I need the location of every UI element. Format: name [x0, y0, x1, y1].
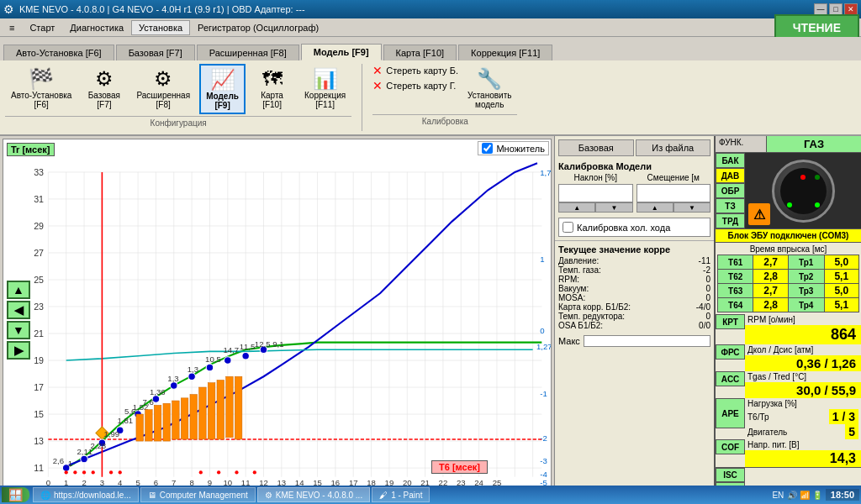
tr-label: Tr [мсек] [7, 143, 55, 156]
tool-map-label: Карта[F10] [261, 91, 283, 109]
taskbar-item-kme[interactable]: ⚙ KME NEVO - 4.0.8.0 ... [257, 487, 370, 502]
trd-label[interactable]: ТРД [716, 213, 745, 228]
status-row-7: OSA Б1/Б2: 0/0 [558, 321, 710, 330]
side-labels-5: APE [716, 398, 745, 439]
slope-input[interactable]: 61,2 [558, 184, 633, 202]
gauge-inner [780, 168, 827, 214]
tool-avto[interactable]: 🏁 Авто-Установка[F6] [5, 64, 77, 114]
status-row-5: Карта корр. Б1/Б2: -4/0 [558, 302, 710, 312]
dav-label[interactable]: ДАВ [716, 168, 745, 183]
inj-h7: Тр3 [788, 284, 824, 298]
tab-model[interactable]: Модель [F9] [301, 44, 382, 60]
cof-label[interactable]: COF [716, 439, 745, 454]
tab-avto[interactable]: Авто-Установка [F6] [3, 45, 114, 60]
idle-calib-area: Калибровка хол. хода [558, 218, 710, 237]
temp-value: 30,0 / 55,9 [745, 382, 861, 398]
svg-point-115 [217, 470, 220, 474]
svg-text:1,99: 1,99 [104, 429, 120, 438]
status-val-6: 0 [705, 312, 710, 321]
inj-h8: Тр4 [788, 298, 824, 312]
slope-down-button[interactable]: ▼ [595, 202, 632, 213]
menu-recorder[interactable]: Регистратор (Осциллограф) [190, 20, 326, 35]
svg-text:7,6: 7,6 [142, 397, 153, 407]
svg-point-111 [92, 470, 95, 474]
arrow-down[interactable]: ▼ [7, 321, 30, 339]
tool-correction[interactable]: 📊 Коррекция[F11] [298, 64, 351, 114]
svg-text:2,28: 2,28 [91, 441, 107, 450]
tool-base[interactable]: ⚙ Базовая[F7] [81, 64, 127, 114]
load-t6-value: 1 / 3 [829, 409, 858, 424]
inj-h1: Т61 [718, 255, 753, 270]
isc-label[interactable]: ISC [716, 468, 745, 482]
tab-map[interactable]: Карта [F10] [383, 45, 457, 60]
offset-up-button[interactable]: ▲ [637, 202, 673, 213]
svg-point-113 [119, 470, 122, 474]
menu-start[interactable]: Старт [22, 20, 62, 35]
config-group-label: Конфигурация [5, 116, 351, 128]
taskbar-right: EN 🔊 📶 🔋 18:50 [772, 489, 859, 501]
status-val-0: -11 [699, 256, 710, 265]
injection-section: Время впрыска [мс] Т61 2,7 Тр1 5,0 Т62 2… [716, 243, 861, 314]
tab-base[interactable]: Базовая [F7] [116, 45, 195, 60]
ape-label[interactable]: APE [716, 398, 745, 428]
gauge-dot-red [800, 175, 806, 180]
clock: 18:50 [826, 489, 859, 501]
lang-indicator: EN [772, 491, 784, 500]
slope-up-button[interactable]: ▲ [558, 202, 595, 213]
inj-h5: Тр1 [788, 255, 824, 270]
svg-text:14,7: 14,7 [223, 345, 239, 354]
tz-label[interactable]: ТЗ [716, 198, 745, 213]
rpm-display-area: RPM [о/мин] 864 [745, 314, 861, 344]
computer-label: Computer Management [160, 491, 248, 500]
offset-input[interactable]: 1,0 [637, 184, 711, 202]
menu-app[interactable]: ≡ [2, 20, 22, 35]
status-val-5: -4/0 [696, 302, 710, 312]
taskbar-item-paint[interactable]: 🖌 1 - Paint [372, 487, 430, 502]
svg-point-109 [73, 470, 77, 474]
svg-point-92 [242, 352, 250, 360]
t6-label: Т6 [мсек] [431, 460, 488, 474]
avto-icon: 🏁 [29, 67, 54, 91]
menubar: ≡ Старт Диагностика Установка Регистрато… [0, 18, 861, 37]
acc-label[interactable]: ACC [716, 371, 745, 386]
erase-g-button[interactable]: ✕ Стереть карту Г. [372, 79, 458, 92]
status-val-7: 0/0 [699, 321, 710, 330]
status-row-4: MOSA: 0 [558, 293, 710, 302]
map-icon: 🗺 [262, 67, 283, 91]
arrow-right[interactable]: ▶ [7, 341, 30, 360]
maks-row: Макс [555, 333, 714, 349]
inj-v4: 5,1 [824, 298, 858, 312]
tool-extended[interactable]: ⚙ Расширенная[F8] [130, 64, 196, 114]
status-label-3: Вакуум: [558, 284, 589, 293]
krt-label[interactable]: КРТ [716, 314, 745, 329]
multiplier-checkbox[interactable] [482, 143, 493, 154]
svg-rect-122 [172, 401, 180, 439]
taskbar-item-browser[interactable]: 🌐 https://download.le... [33, 487, 139, 502]
offset-down-button[interactable]: ▼ [673, 202, 710, 213]
tab-correction[interactable]: Коррекция [F11] [458, 45, 552, 60]
erase-b-button[interactable]: ✕ Стереть карту Б. [372, 64, 458, 77]
menu-diagnostics[interactable]: Диагностика [62, 20, 131, 35]
func-gas-header: ФУНК. ГАЗ [716, 136, 861, 153]
bak-label[interactable]: БАК [716, 153, 745, 168]
tool-map[interactable]: 🗺 Карта[F10] [249, 64, 295, 114]
frs-label[interactable]: ФРС [716, 344, 745, 360]
start-button[interactable]: 🪟 [2, 487, 29, 502]
paint-label: 1 - Paint [391, 491, 422, 500]
arrow-left[interactable]: ◀ [7, 301, 30, 319]
app-window: ⚙ KME NEVO - 4.0.8.0 | G4 NEVO - 4.0H r1… [0, 0, 861, 504]
taskbar-item-computer[interactable]: 🖥 Computer Management [140, 487, 256, 502]
obr-label[interactable]: ОБР [716, 183, 745, 198]
tool-model[interactable]: 📈 Модель[F9] [199, 64, 246, 114]
config-group: 🏁 Авто-Установка[F6] ⚙ Базовая[F7] ⚙ Рас… [5, 64, 351, 128]
arrow-up[interactable]: ▲ [7, 281, 30, 299]
tab-extended[interactable]: Расширенная [F8] [197, 45, 299, 60]
idle-calib-checkbox[interactable] [563, 222, 573, 233]
menu-setup[interactable]: Установка [131, 20, 190, 35]
inj-table: Т61 2,7 Тр1 5,0 Т62 2,8 Тр2 5,1 Т63 2,7 [717, 255, 859, 312]
inj-b1: 2,7 [753, 255, 788, 270]
calib-base-button[interactable]: Базовая [558, 139, 634, 156]
svg-text:29: 29 [34, 221, 44, 231]
tool-install-model[interactable]: 🔧 Установитьмодель [462, 64, 518, 113]
calib-file-button[interactable]: Из файла [636, 139, 711, 156]
